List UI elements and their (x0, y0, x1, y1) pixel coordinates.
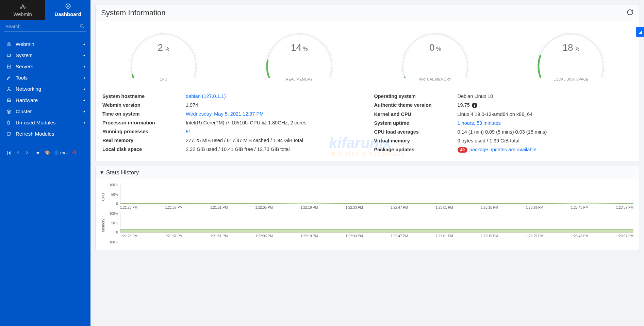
sidebar-nav: Webmin ◂ System ◂ Servers ◂ Tools ◂ Netw… (0, 34, 90, 139)
info-row: Operating systemDebian Linux 10 (374, 92, 632, 101)
chart-plot (120, 212, 633, 233)
svg-line-160 (580, 33, 581, 35)
svg-line-89 (331, 58, 333, 59)
svg-line-118 (442, 33, 442, 34)
toggle-sidebar-button[interactable]: |◂| (5, 148, 14, 157)
sidebar-item-un-used-modules[interactable]: Un-used Modules ◂ (0, 117, 90, 128)
svg-line-77 (306, 33, 306, 34)
svg-line-134 (468, 71, 469, 72)
svg-line-15 (130, 74, 132, 75)
info-row: Webmin version1.974 (102, 101, 361, 109)
info-label: Webmin version (102, 102, 186, 108)
svg-line-143 (538, 58, 539, 59)
theme-button[interactable]: 🎨 (43, 148, 52, 157)
svg-line-56 (266, 74, 267, 75)
sidebar-item-networking[interactable]: Networking ◂ (0, 83, 90, 95)
sidebar-item-label: Servers (16, 64, 33, 69)
svg-line-27 (142, 39, 143, 40)
gauge-local-disk-space: 18 % LOCAL DISK SPACE (532, 27, 610, 86)
system-info-panel: System Information 2 % CPU 14 % REAL MEM… (95, 5, 639, 161)
main-content: System Information 2 % CPU 14 % REAL MEM… (90, 0, 644, 326)
gauge-cpu: 2 % CPU (125, 27, 203, 86)
gear-icon (6, 42, 12, 47)
search-input[interactable] (4, 22, 86, 32)
info-row: Authentic theme version19.75i (374, 101, 632, 110)
svg-line-97 (402, 74, 403, 75)
chevron-left-icon: ◂ (83, 98, 85, 102)
svg-line-69 (281, 37, 281, 38)
info-link[interactable]: 81 (186, 129, 191, 134)
svg-line-70 (283, 35, 284, 37)
sidebar-item-hardware[interactable]: Hardware ◂ (0, 95, 90, 106)
chart-cutoff: 100% (101, 240, 633, 247)
logout-button[interactable]: ⏻ (70, 148, 79, 157)
info-row: Package updates49package updates are ava… (374, 145, 632, 154)
svg-line-109 (414, 39, 414, 40)
info-value: 1.974 (186, 102, 198, 108)
tab-dashboard[interactable]: Dashboard (45, 0, 90, 20)
info-icon[interactable]: i (472, 103, 477, 108)
side-notification-flag[interactable]: ◢ (636, 27, 644, 37)
svg-line-122 (453, 37, 454, 38)
sidebar-item-system[interactable]: System ◂ (0, 50, 90, 61)
info-label: Package updates (374, 147, 458, 152)
chart-yticks: 100%50%0 (106, 183, 120, 210)
svg-line-28 (145, 37, 146, 38)
sidebar-item-refresh-modules[interactable]: Refresh Modules (0, 128, 90, 139)
sidebar-item-webmin[interactable]: Webmin ◂ (0, 38, 90, 50)
info-value: 277.25 MiB used / 617.47 MiB cached / 1.… (186, 138, 303, 143)
sidebar-item-servers[interactable]: Servers ◂ (0, 61, 90, 72)
info-value: Debian Linux 10 (458, 93, 493, 99)
svg-line-130 (467, 58, 469, 59)
svg-line-29 (147, 35, 148, 37)
stats-header[interactable]: ▾ Stats History (96, 166, 639, 179)
svg-line-153 (558, 34, 559, 36)
info-link[interactable]: debian (127.0.1.1) (186, 93, 226, 99)
info-row: Virtual memory0 bytes used / 1.99 GiB to… (374, 136, 632, 145)
sidebar-item-label: Webmin (16, 41, 34, 47)
sidebar-item-label: Un-used Modules (16, 120, 56, 125)
svg-line-154 (561, 33, 562, 35)
svg-line-62 (267, 55, 268, 56)
sidebar-item-cluster[interactable]: Cluster ◂ (0, 106, 90, 117)
info-link[interactable]: Wednesday, May 5, 2021 12:37 PM (186, 111, 264, 117)
svg-line-111 (419, 35, 420, 37)
info-label: System hostname (102, 93, 186, 99)
sidebar-toolbar: |◂| ☾ >_ ★ 🎨 👤 root ⏻ (0, 148, 90, 157)
stats-title: Stats History (106, 169, 139, 176)
refresh-button[interactable] (627, 9, 633, 17)
svg-rect-5 (7, 54, 10, 56)
svg-point-9 (8, 67, 8, 68)
dashboard-icon (65, 3, 71, 10)
info-row: Processor informationIntel(R) Core(TM) i… (102, 118, 361, 127)
info-link[interactable]: 1 hours, 53 minutes (458, 120, 501, 126)
night-mode-button[interactable]: ☾ (14, 148, 23, 157)
terminal-button[interactable]: >_ (24, 148, 33, 157)
svg-line-102 (402, 58, 403, 59)
svg-line-19 (128, 62, 131, 62)
svg-line-123 (456, 39, 457, 40)
svg-line-142 (535, 62, 538, 62)
favorites-button[interactable]: ★ (33, 148, 42, 157)
user-button[interactable]: 👤 root (52, 148, 69, 157)
panel-header: System Information (96, 5, 639, 21)
svg-line-162 (586, 35, 588, 37)
svg-line-138 (538, 74, 539, 75)
svg-line-164 (592, 39, 592, 40)
chart-plot (120, 183, 633, 204)
info-link[interactable]: package updates are available (469, 147, 536, 152)
chevron-left-icon: ◂ (83, 53, 85, 57)
sidebar-item-tools[interactable]: Tools ◂ (0, 72, 90, 83)
sidebar-item-label: Networking (16, 86, 41, 92)
svg-point-0 (22, 5, 23, 7)
tab-webmin[interactable]: Webmin (0, 0, 45, 20)
svg-line-94 (331, 74, 333, 75)
info-label: Running processes (102, 129, 186, 134)
svg-line-48 (196, 58, 197, 59)
svg-line-170 (602, 55, 604, 56)
info-label: Authentic theme version (374, 102, 458, 108)
chevron-left-icon: ◂ (83, 121, 85, 124)
svg-line-121 (450, 35, 452, 37)
search-icon[interactable] (80, 24, 84, 30)
info-label: CPU load averages (374, 129, 458, 135)
